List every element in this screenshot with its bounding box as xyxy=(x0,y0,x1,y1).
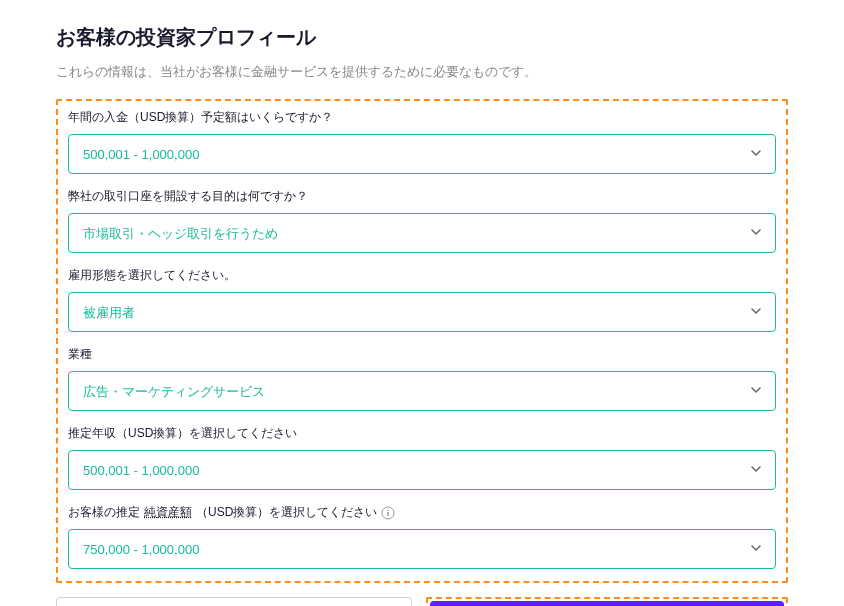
back-button[interactable]: 前に戻る xyxy=(56,597,412,606)
select-wrapper-industry: 広告・マーケティングサービス xyxy=(68,371,776,411)
field-networth-label: お客様の推定純資産額（USD換算）を選択してください xyxy=(68,504,776,521)
field-purpose: 弊社の取引口座を開設する目的は何ですか？ 市場取引・ヘッジ取引を行うため xyxy=(68,188,776,253)
field-employment-label: 雇用形態を選択してください。 xyxy=(68,267,776,284)
select-income[interactable]: 500,001 - 1,000,000 xyxy=(68,450,776,490)
page-title: お客様の投資家プロフィール xyxy=(56,24,788,51)
select-wrapper-income: 500,001 - 1,000,000 xyxy=(68,450,776,490)
field-industry: 業種 広告・マーケティングサービス xyxy=(68,346,776,411)
select-industry[interactable]: 広告・マーケティングサービス xyxy=(68,371,776,411)
select-deposit[interactable]: 500,001 - 1,000,000 xyxy=(68,134,776,174)
field-purpose-label: 弊社の取引口座を開設する目的は何ですか？ xyxy=(68,188,776,205)
select-wrapper-deposit: 500,001 - 1,000,000 xyxy=(68,134,776,174)
svg-rect-2 xyxy=(388,512,389,516)
select-wrapper-networth: 750,000 - 1,000,000 xyxy=(68,529,776,569)
page-subtitle: これらの情報は、当社がお客様に金融サービスを提供するために必要なものです。 xyxy=(56,63,788,81)
continue-highlight-wrapper: 続行する xyxy=(426,597,788,606)
field-networth: お客様の推定純資産額（USD換算）を選択してください 750,000 - 1,0… xyxy=(68,504,776,569)
field-deposit-label: 年間の入金（USD換算）予定額はいくらですか？ xyxy=(68,109,776,126)
select-wrapper-employment: 被雇用者 xyxy=(68,292,776,332)
field-industry-label: 業種 xyxy=(68,346,776,363)
select-wrapper-purpose: 市場取引・ヘッジ取引を行うため xyxy=(68,213,776,253)
continue-button[interactable]: 続行する xyxy=(430,601,784,606)
field-deposit: 年間の入金（USD換算）予定額はいくらですか？ 500,001 - 1,000,… xyxy=(68,109,776,174)
svg-point-1 xyxy=(388,509,390,511)
info-icon[interactable] xyxy=(381,506,395,520)
select-employment[interactable]: 被雇用者 xyxy=(68,292,776,332)
networth-label-suffix: （USD換算）を選択してください xyxy=(196,504,377,521)
select-networth[interactable]: 750,000 - 1,000,000 xyxy=(68,529,776,569)
networth-label-prefix: お客様の推定 xyxy=(68,504,140,521)
networth-label-underlined: 純資産額 xyxy=(144,504,192,521)
button-row: 前に戻る 続行する xyxy=(56,597,788,606)
select-purpose[interactable]: 市場取引・ヘッジ取引を行うため xyxy=(68,213,776,253)
field-income-label: 推定年収（USD換算）を選択してください xyxy=(68,425,776,442)
field-employment: 雇用形態を選択してください。 被雇用者 xyxy=(68,267,776,332)
field-income: 推定年収（USD換算）を選択してください 500,001 - 1,000,000 xyxy=(68,425,776,490)
investor-profile-form: 年間の入金（USD換算）予定額はいくらですか？ 500,001 - 1,000,… xyxy=(56,99,788,583)
